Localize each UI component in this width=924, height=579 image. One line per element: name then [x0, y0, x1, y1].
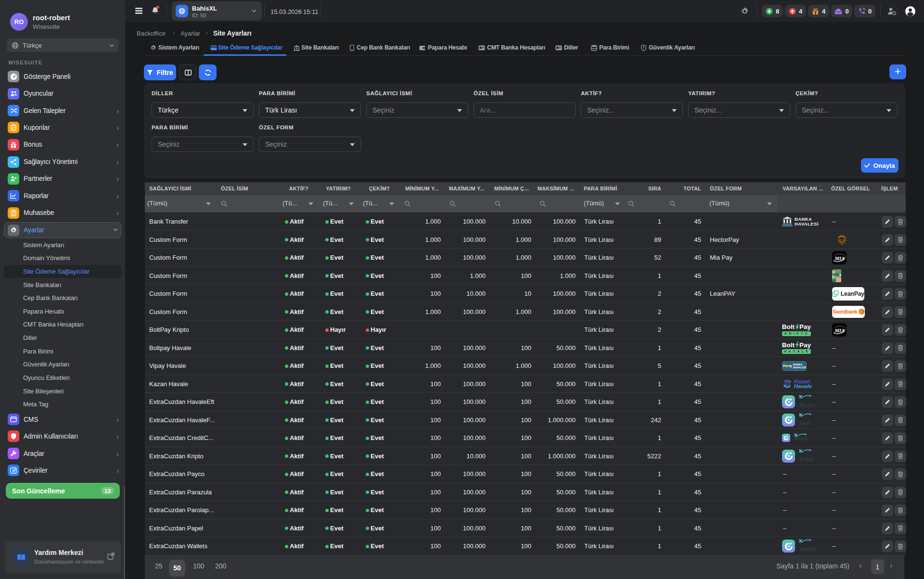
svg-text:B: B [482, 46, 484, 49]
svg-text:B: B [559, 46, 561, 49]
svg-text:HECTORPAY: HECTORPAY [839, 239, 846, 239]
